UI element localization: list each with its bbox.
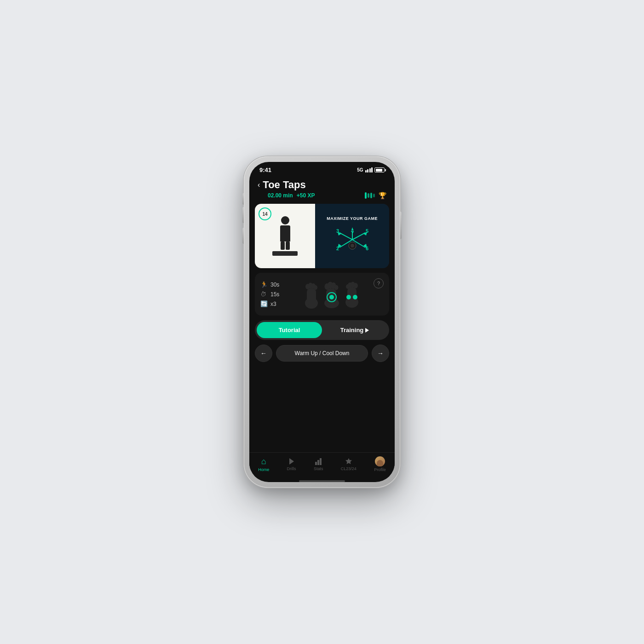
spacer (249, 367, 395, 452)
svg-point-28 (334, 285, 338, 290)
person-leg-right (286, 242, 290, 250)
svg-marker-10 (338, 232, 341, 236)
svg-rect-38 (320, 458, 322, 465)
battery-fill (376, 169, 382, 172)
phone-screen: 9:41 5G ‹ Toe Taps (249, 162, 395, 482)
game-title: MAXIMIZE YOUR GAME (327, 216, 378, 221)
streak-bar-3 (370, 193, 372, 198)
right-foot-container (344, 278, 360, 310)
phone-device: 9:41 5G ‹ Toe Taps (244, 156, 400, 488)
signal-bar-2 (367, 169, 368, 172)
right-foot-dot-2 (353, 295, 357, 299)
svg-rect-18 (307, 288, 316, 305)
training-button[interactable]: Training (322, 322, 387, 338)
cl-icon (345, 457, 353, 466)
stat-row-rest: ⏱ 15s (260, 291, 279, 298)
signal-bar-4 (371, 167, 373, 172)
video-section: 14 MAXIMIZE YOUR GA (255, 204, 389, 268)
stat-row-duration: 🏃 30s (260, 281, 279, 288)
duration-value: 30s (270, 282, 279, 288)
video-right-panel: MAXIMIZE YOUR GAME 3 4 5 2 6 (315, 204, 389, 268)
training-label: Training (340, 327, 364, 334)
repeat-icon: 🔄 (260, 300, 268, 307)
svg-point-22 (314, 285, 317, 290)
profile-label: Profile (374, 467, 386, 472)
avatar-body (377, 460, 383, 466)
silent-switch (242, 193, 244, 205)
help-button[interactable]: ? (374, 278, 384, 288)
foot-dot-ring (327, 292, 337, 302)
volume-up-button (242, 207, 244, 223)
person-leg-left (281, 242, 285, 250)
header-meta: 02.00 min +50 XP 🏆 (258, 192, 386, 199)
play-triangle-icon (365, 328, 369, 333)
video-left-panel: 14 (255, 204, 315, 268)
game-arrows-svg: 3 4 5 2 6 (329, 224, 375, 256)
bottom-nav: ⌂ Home Drills Stats (249, 452, 395, 478)
run-icon: 🏃 (260, 281, 268, 288)
svg-point-34 (346, 284, 350, 289)
page-title: Toe Taps (263, 179, 305, 191)
nav-item-home[interactable]: ⌂ Home (258, 457, 269, 472)
rest-value: 15s (270, 291, 279, 298)
signal-bar-3 (369, 168, 371, 172)
battery-icon (374, 167, 385, 172)
stats-label: Stats (314, 466, 323, 471)
dot-inner (329, 295, 334, 299)
stat-row-sets: 🔄 x3 (260, 300, 279, 307)
streak-icon (365, 192, 375, 199)
xp-stat: +50 XP (297, 192, 315, 199)
person-mat (272, 251, 298, 256)
video-timer: 14 (259, 207, 271, 220)
prev-button[interactable]: ← (255, 345, 272, 362)
dot-outer (327, 292, 337, 302)
status-icons: 5G (357, 167, 385, 172)
volume-down-button (242, 228, 244, 244)
svg-marker-13 (338, 244, 341, 248)
person-body (280, 225, 290, 242)
home-icon: ⌂ (261, 457, 266, 466)
sets-value: x3 (270, 301, 276, 307)
video-container[interactable]: 14 MAXIMIZE YOUR GA (255, 204, 389, 268)
toggle-pill: Tutorial Training (255, 320, 389, 340)
header-icons: 🏆 (365, 192, 386, 199)
screen-content: ‹ Toe Taps 02.00 min +50 XP (249, 175, 395, 452)
back-title-row: ‹ Toe Taps (258, 179, 386, 191)
next-button[interactable]: → (372, 345, 389, 362)
right-foot-dot (346, 295, 351, 299)
page-header: ‹ Toe Taps 02.00 min +50 XP (249, 175, 395, 204)
svg-line-5 (339, 233, 352, 240)
cl-label: CL23/24 (341, 466, 356, 471)
nav-item-stats[interactable]: Stats (314, 457, 323, 471)
signal-label: 5G (357, 167, 363, 172)
svg-rect-36 (315, 462, 317, 465)
drills-icon (288, 457, 296, 466)
training-play-label: Training (340, 327, 369, 334)
nav-item-cl[interactable]: CL23/24 (341, 457, 356, 471)
back-button[interactable]: ‹ (258, 181, 260, 189)
svg-point-16 (351, 244, 354, 247)
profile-avatar (375, 456, 385, 466)
nav-item-profile[interactable]: Profile (374, 456, 386, 472)
tutorial-button[interactable]: Tutorial (257, 322, 322, 338)
drills-label: Drills (287, 466, 296, 471)
person-head (281, 216, 289, 224)
toggle-section: Tutorial Training (255, 320, 389, 340)
signal-bar-1 (365, 170, 367, 172)
svg-line-7 (352, 233, 365, 240)
nav-item-drills[interactable]: Drills (287, 457, 296, 471)
status-time: 9:41 (259, 167, 271, 173)
streak-bar-1 (365, 192, 367, 199)
svg-marker-35 (289, 458, 294, 465)
notch (297, 162, 347, 173)
signal-bars (365, 168, 373, 172)
exercise-stats: 🏃 30s ⏱ 15s 🔄 x3 (260, 278, 279, 310)
stats-icon (314, 457, 322, 466)
timer-icon: ⏱ (260, 291, 268, 298)
person-figure (272, 216, 298, 256)
nav-buttons: ← Warm Up / Cool Down → (255, 345, 389, 362)
left-foot-svg (303, 279, 320, 309)
warmup-cooldown-button[interactable]: Warm Up / Cool Down (276, 345, 368, 362)
trophy-icon: 🏆 (379, 192, 386, 199)
feet-visualization (279, 278, 384, 310)
